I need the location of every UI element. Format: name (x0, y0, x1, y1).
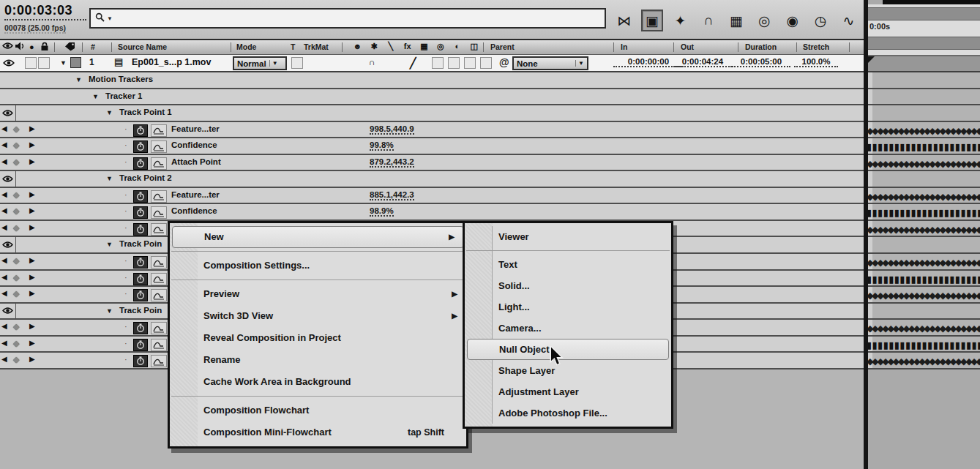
shy-toggle[interactable]: ∩ (369, 57, 375, 67)
disclosure-triangle[interactable]: ▼ (92, 93, 99, 100)
prev-keyframe-icon[interactable]: ◀ (1, 157, 7, 165)
live-update-icon[interactable]: ▣ (641, 10, 662, 31)
prev-keyframe-icon[interactable]: ◀ (1, 190, 7, 198)
layer-duration-bar[interactable] (868, 55, 980, 72)
prev-keyframe-icon[interactable]: ◀ (1, 289, 7, 297)
keyframe-lane[interactable] (868, 171, 980, 188)
stopwatch-icon[interactable] (133, 140, 148, 153)
keyframe-lane[interactable] (868, 271, 980, 288)
add-keyframe-icon[interactable]: ◆ (13, 289, 19, 299)
submenu-item[interactable]: Adjustment Layer ▶ (465, 381, 671, 402)
stopwatch-icon[interactable] (133, 289, 148, 301)
add-keyframe-icon[interactable]: ◆ (13, 273, 19, 282)
audio-toggle[interactable] (25, 57, 37, 69)
prev-keyframe-icon[interactable]: ◀ (1, 206, 7, 214)
timeline-row[interactable]: ▼ Feature...ter ◀ ◆ ▶ · Feature...ter 88… (0, 188, 864, 205)
add-keyframe-icon[interactable]: ◆ (13, 140, 19, 150)
timeline-row[interactable]: ▼ Confidence ◀ ◆ ▶ · Confidence 99.8% (0, 138, 864, 155)
quality-toggle[interactable]: ╱ (410, 57, 416, 69)
frame-blending-icon[interactable]: ▦ (725, 10, 747, 31)
submenu-item[interactable]: ▶ (465, 247, 671, 254)
disclosure-triangle[interactable]: ▼ (75, 76, 82, 83)
prev-keyframe-icon[interactable]: ◀ (1, 322, 7, 330)
menu-item[interactable]: ▶ (170, 248, 466, 255)
keyframe-lane[interactable] (868, 320, 980, 337)
keyframe-lane[interactable] (868, 254, 980, 271)
disclosure-triangle[interactable]: ▼ (106, 109, 113, 116)
prev-keyframe-icon[interactable]: ◀ (1, 223, 7, 231)
graph-icon[interactable] (151, 140, 167, 153)
submenu-item[interactable]: Null Object ▶ (467, 339, 669, 360)
timeline-row[interactable]: ▼ Feature...ter ◀ ◆ ▶ · Feature...ter 99… (0, 122, 864, 139)
time-ruler[interactable]: 0:00s (868, 4, 980, 55)
property-label[interactable]: Confidence (171, 206, 217, 215)
prev-keyframe-icon[interactable]: ◀ (1, 355, 7, 363)
draft-3d-icon[interactable]: ✦ (670, 10, 691, 31)
parent-dropdown[interactable]: None▼ (512, 56, 588, 70)
work-area-bar[interactable] (868, 7, 980, 20)
menu-item[interactable]: Switch 3D View ▶ (170, 305, 466, 327)
property-label[interactable]: Feature...ter (171, 190, 220, 199)
graph-icon[interactable] (151, 124, 167, 137)
search-input[interactable] (113, 13, 605, 23)
layer-disclosure-triangle[interactable]: ▼ (60, 59, 67, 67)
layer-duration-value[interactable]: 0:00:05:00 (732, 57, 790, 67)
submenu-item[interactable]: Light... ▶ (465, 296, 671, 318)
keyframe-lane[interactable] (868, 155, 980, 172)
add-keyframe-icon[interactable]: ◆ (13, 157, 19, 167)
stopwatch-icon[interactable] (133, 256, 148, 269)
property-label[interactable]: Confidence (171, 140, 217, 149)
menu-item[interactable]: Preview ▶ (170, 283, 466, 305)
menu-item[interactable]: Composition Mini-Flowchart tap Shift ▶ (170, 421, 466, 443)
keyframe-lane[interactable] (868, 188, 980, 205)
property-value[interactable]: 885.1,442.3 (370, 190, 414, 200)
auto-keyframe-icon[interactable]: ◷ (809, 10, 831, 31)
keyframe-lane[interactable] (868, 138, 980, 155)
search-box[interactable]: ▼ (89, 8, 606, 29)
layer-out-value[interactable]: 0:00:04:24 (673, 57, 732, 67)
eye-icon[interactable] (0, 105, 16, 121)
stopwatch-icon[interactable] (133, 322, 148, 334)
graph-icon[interactable] (151, 322, 167, 334)
graph-icon[interactable] (151, 339, 167, 351)
next-keyframe-icon[interactable]: ▶ (29, 206, 35, 214)
current-timecode[interactable]: 0:00:03:03 (4, 3, 86, 20)
graph-icon[interactable] (151, 223, 167, 236)
submenu-item[interactable]: Shape Layer ▶ (465, 360, 671, 381)
property-label[interactable]: Attach Point (171, 157, 221, 166)
add-keyframe-icon[interactable]: ◆ (13, 206, 19, 216)
frame-blend-toggle[interactable] (432, 57, 444, 69)
graph-icon[interactable] (151, 190, 167, 203)
next-keyframe-icon[interactable]: ▶ (29, 339, 35, 347)
menu-item[interactable]: Cache Work Area in Background ▶ (170, 371, 466, 393)
menu-item[interactable]: Reveal Composition in Project ▶ (170, 327, 466, 349)
motion-blur-toggle[interactable] (448, 57, 460, 69)
menu-item[interactable]: ▶ (170, 277, 466, 283)
stopwatch-icon[interactable] (133, 157, 148, 170)
keyframe-lane[interactable] (868, 105, 980, 122)
graph-editor-icon[interactable]: ∿ (838, 10, 859, 31)
add-keyframe-icon[interactable]: ◆ (13, 256, 19, 266)
next-keyframe-icon[interactable]: ▶ (29, 140, 35, 149)
submenu-item[interactable]: Text ▶ (465, 254, 671, 275)
mini-flowchart-icon[interactable]: ⋈ (613, 10, 635, 31)
timeline-row[interactable]: ▼ Tracker 1 ◀ ◆ ▶ · Tracker 1 (0, 89, 864, 106)
timeline-row[interactable]: ▼ Confidence ◀ ◆ ▶ · Confidence 98.9% (0, 204, 864, 221)
timeline-row[interactable]: ▼ Attach Point ◀ ◆ ▶ · Attach Point 879.… (0, 155, 864, 172)
menu-item[interactable]: ▶ (170, 393, 466, 399)
next-keyframe-icon[interactable]: ▶ (29, 273, 35, 281)
add-keyframe-icon[interactable]: ◆ (13, 339, 19, 348)
prev-keyframe-icon[interactable]: ◀ (1, 256, 7, 264)
layer-eye-icon[interactable] (3, 57, 15, 70)
keyframe-lane[interactable] (868, 237, 980, 254)
parent-pickwhip-icon[interactable]: @ (499, 56, 509, 68)
timeline-row[interactable]: ▼ Motion Trackers ◀ ◆ ▶ · Motion Tracker… (0, 72, 864, 89)
property-label[interactable]: Feature...ter (171, 124, 220, 133)
add-keyframe-icon[interactable]: ◆ (13, 223, 19, 233)
next-keyframe-icon[interactable]: ▶ (29, 289, 35, 297)
property-value[interactable]: 98.9% (370, 206, 394, 217)
add-keyframe-icon[interactable]: ◆ (13, 355, 19, 364)
keyframe-lane[interactable] (868, 353, 980, 369)
next-keyframe-icon[interactable]: ▶ (29, 223, 35, 231)
stopwatch-icon[interactable] (133, 273, 148, 285)
